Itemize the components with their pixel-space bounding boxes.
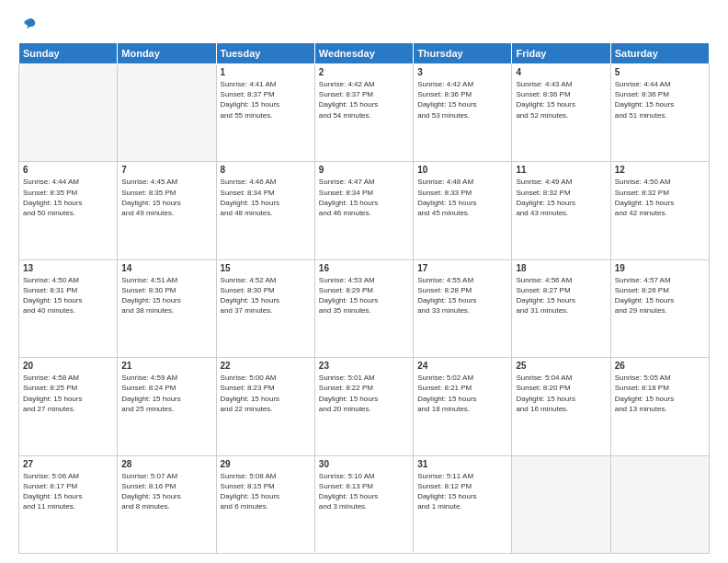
calendar-cell: 19Sunrise: 4:57 AM Sunset: 8:26 PM Dayli… — [610, 259, 709, 357]
calendar-cell: 11Sunrise: 4:49 AM Sunset: 8:32 PM Dayli… — [512, 162, 610, 259]
calendar-cell — [512, 455, 610, 553]
calendar-cell: 28Sunrise: 5:07 AM Sunset: 8:16 PM Dayli… — [118, 455, 216, 553]
weekday-header: Thursday — [414, 43, 512, 64]
day-info: Sunrise: 4:44 AM Sunset: 8:36 PM Dayligh… — [615, 79, 705, 121]
day-number: 31 — [417, 459, 507, 469]
day-number: 15 — [221, 263, 311, 273]
day-info: Sunrise: 5:04 AM Sunset: 8:20 PM Dayligh… — [516, 373, 606, 414]
calendar-cell — [118, 64, 216, 162]
calendar-week-row: 1Sunrise: 4:41 AM Sunset: 8:37 PM Daylig… — [19, 64, 710, 162]
calendar-cell: 23Sunrise: 5:01 AM Sunset: 8:22 PM Dayli… — [314, 358, 413, 455]
day-number: 23 — [319, 361, 409, 371]
day-info: Sunrise: 5:06 AM Sunset: 8:17 PM Dayligh… — [23, 471, 113, 512]
day-info: Sunrise: 4:45 AM Sunset: 8:35 PM Dayligh… — [121, 177, 211, 218]
day-info: Sunrise: 4:50 AM Sunset: 8:32 PM Dayligh… — [615, 177, 705, 218]
day-info: Sunrise: 4:46 AM Sunset: 8:34 PM Dayligh… — [221, 177, 311, 218]
day-number: 22 — [221, 361, 311, 371]
day-number: 12 — [615, 165, 705, 175]
day-info: Sunrise: 4:44 AM Sunset: 8:35 PM Dayligh… — [23, 177, 113, 218]
day-number: 29 — [221, 459, 311, 469]
day-number: 14 — [121, 263, 211, 273]
calendar-cell: 12Sunrise: 4:50 AM Sunset: 8:32 PM Dayli… — [610, 162, 709, 259]
day-number: 9 — [319, 165, 409, 175]
day-number: 25 — [516, 361, 606, 371]
calendar-cell: 4Sunrise: 4:43 AM Sunset: 8:36 PM Daylig… — [512, 64, 610, 162]
day-info: Sunrise: 4:51 AM Sunset: 8:30 PM Dayligh… — [121, 275, 211, 316]
day-number: 21 — [121, 361, 211, 371]
day-info: Sunrise: 5:07 AM Sunset: 8:16 PM Dayligh… — [121, 471, 211, 512]
day-info: Sunrise: 4:41 AM Sunset: 8:37 PM Dayligh… — [221, 79, 311, 121]
day-info: Sunrise: 4:53 AM Sunset: 8:29 PM Dayligh… — [319, 275, 409, 316]
day-info: Sunrise: 4:52 AM Sunset: 8:30 PM Dayligh… — [221, 275, 311, 316]
calendar-cell: 14Sunrise: 4:51 AM Sunset: 8:30 PM Dayli… — [118, 259, 216, 357]
day-info: Sunrise: 4:42 AM Sunset: 8:37 PM Dayligh… — [319, 79, 409, 121]
weekday-header: Friday — [512, 43, 610, 64]
calendar-cell: 20Sunrise: 4:58 AM Sunset: 8:25 PM Dayli… — [19, 358, 118, 455]
day-number: 18 — [516, 263, 606, 273]
calendar-cell: 30Sunrise: 5:10 AM Sunset: 8:13 PM Dayli… — [314, 455, 413, 553]
day-number: 17 — [417, 263, 507, 273]
day-info: Sunrise: 4:55 AM Sunset: 8:28 PM Dayligh… — [417, 275, 507, 316]
calendar-cell: 21Sunrise: 4:59 AM Sunset: 8:24 PM Dayli… — [118, 358, 216, 455]
weekday-header: Sunday — [19, 43, 118, 64]
weekday-header: Saturday — [610, 43, 709, 64]
day-number: 4 — [516, 67, 606, 77]
calendar-cell: 1Sunrise: 4:41 AM Sunset: 8:37 PM Daylig… — [216, 64, 314, 162]
calendar-week-row: 6Sunrise: 4:44 AM Sunset: 8:35 PM Daylig… — [19, 162, 710, 259]
day-number: 10 — [417, 165, 507, 175]
day-info: Sunrise: 5:02 AM Sunset: 8:21 PM Dayligh… — [417, 373, 507, 414]
day-number: 20 — [23, 361, 113, 371]
weekday-header: Tuesday — [216, 43, 314, 64]
day-info: Sunrise: 4:43 AM Sunset: 8:36 PM Dayligh… — [516, 79, 606, 121]
day-info: Sunrise: 5:01 AM Sunset: 8:22 PM Dayligh… — [319, 373, 409, 414]
calendar-cell: 13Sunrise: 4:50 AM Sunset: 8:31 PM Dayli… — [19, 259, 118, 357]
day-number: 2 — [319, 67, 409, 77]
day-number: 13 — [23, 263, 113, 273]
calendar-cell: 27Sunrise: 5:06 AM Sunset: 8:17 PM Dayli… — [19, 455, 118, 553]
day-info: Sunrise: 5:00 AM Sunset: 8:23 PM Dayligh… — [221, 373, 311, 414]
day-info: Sunrise: 5:08 AM Sunset: 8:15 PM Dayligh… — [221, 471, 311, 512]
weekday-header: Wednesday — [314, 43, 413, 64]
calendar-cell: 15Sunrise: 4:52 AM Sunset: 8:30 PM Dayli… — [216, 259, 314, 357]
day-number: 19 — [615, 263, 705, 273]
calendar-cell: 17Sunrise: 4:55 AM Sunset: 8:28 PM Dayli… — [414, 259, 512, 357]
calendar-cell: 6Sunrise: 4:44 AM Sunset: 8:35 PM Daylig… — [19, 162, 118, 259]
calendar-week-row: 20Sunrise: 4:58 AM Sunset: 8:25 PM Dayli… — [19, 358, 710, 455]
day-number: 16 — [319, 263, 409, 273]
day-info: Sunrise: 4:50 AM Sunset: 8:31 PM Dayligh… — [23, 275, 113, 316]
day-info: Sunrise: 5:10 AM Sunset: 8:13 PM Dayligh… — [319, 471, 409, 512]
day-number: 7 — [121, 165, 211, 175]
day-number: 6 — [23, 165, 113, 175]
day-number: 24 — [417, 361, 507, 371]
day-number: 8 — [221, 165, 311, 175]
calendar-cell: 10Sunrise: 4:48 AM Sunset: 8:33 PM Dayli… — [414, 162, 512, 259]
day-info: Sunrise: 4:42 AM Sunset: 8:36 PM Dayligh… — [417, 79, 507, 121]
calendar-cell: 31Sunrise: 5:11 AM Sunset: 8:12 PM Dayli… — [414, 455, 512, 553]
day-info: Sunrise: 4:49 AM Sunset: 8:32 PM Dayligh… — [516, 177, 606, 218]
calendar-cell: 18Sunrise: 4:56 AM Sunset: 8:27 PM Dayli… — [512, 259, 610, 357]
logo-bird-icon — [20, 17, 37, 33]
calendar-cell: 7Sunrise: 4:45 AM Sunset: 8:35 PM Daylig… — [118, 162, 216, 259]
calendar-cell: 29Sunrise: 5:08 AM Sunset: 8:15 PM Dayli… — [216, 455, 314, 553]
calendar-table: SundayMondayTuesdayWednesdayThursdayFrid… — [18, 42, 710, 554]
day-number: 27 — [23, 459, 113, 469]
calendar-week-row: 27Sunrise: 5:06 AM Sunset: 8:17 PM Dayli… — [19, 455, 710, 553]
calendar-cell: 25Sunrise: 5:04 AM Sunset: 8:20 PM Dayli… — [512, 358, 610, 455]
calendar-cell: 8Sunrise: 4:46 AM Sunset: 8:34 PM Daylig… — [216, 162, 314, 259]
calendar-cell: 24Sunrise: 5:02 AM Sunset: 8:21 PM Dayli… — [414, 358, 512, 455]
day-info: Sunrise: 5:05 AM Sunset: 8:18 PM Dayligh… — [615, 373, 705, 414]
calendar-cell — [19, 64, 118, 162]
day-number: 5 — [615, 67, 705, 77]
calendar-cell: 26Sunrise: 5:05 AM Sunset: 8:18 PM Dayli… — [610, 358, 709, 455]
day-number: 11 — [516, 165, 606, 175]
day-number: 30 — [319, 459, 409, 469]
day-number: 28 — [121, 459, 211, 469]
day-info: Sunrise: 4:47 AM Sunset: 8:34 PM Dayligh… — [319, 177, 409, 218]
page-header — [18, 17, 710, 33]
calendar-cell: 22Sunrise: 5:00 AM Sunset: 8:23 PM Dayli… — [216, 358, 314, 455]
weekday-header: Monday — [118, 43, 216, 64]
day-info: Sunrise: 4:59 AM Sunset: 8:24 PM Dayligh… — [121, 373, 211, 414]
day-info: Sunrise: 4:48 AM Sunset: 8:33 PM Dayligh… — [417, 177, 507, 218]
calendar-cell: 5Sunrise: 4:44 AM Sunset: 8:36 PM Daylig… — [610, 64, 709, 162]
calendar-cell — [610, 455, 709, 553]
